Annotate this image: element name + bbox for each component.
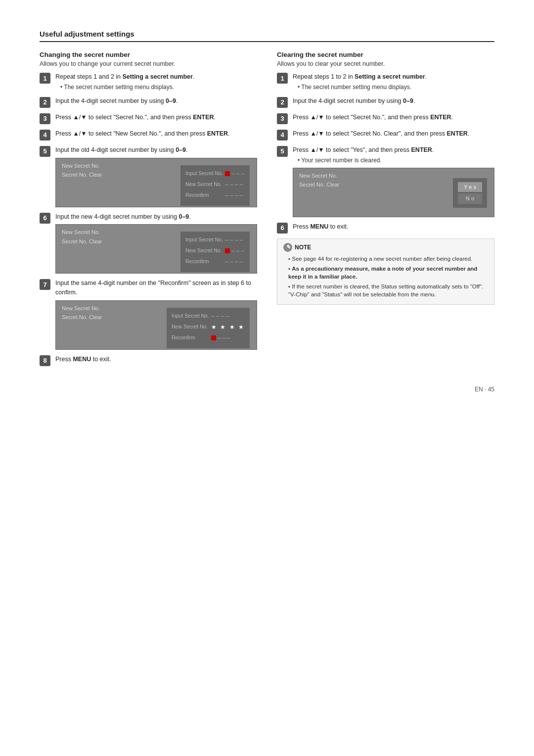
screen-value-input-secret-7: – – – –	[211, 312, 229, 321]
right-step-2-content: Input the 4-digit secret number by using…	[293, 96, 494, 106]
note-bullet-2: As a precautionary measure, make a note …	[283, 265, 488, 281]
right-step-6-num: 6	[277, 223, 288, 234]
right-step-3-content: Press ▲/▼ to select "Secret No.", and th…	[293, 113, 494, 122]
screen-input-new-secret-6: New Secret No. – – –	[185, 246, 245, 255]
left-step-1-num: 1	[40, 73, 50, 84]
left-step-4-content: Press ▲/▼ to select "New Secret No.", an…	[55, 129, 257, 139]
screen-input-area-6: Input Secret No. – – – – New Secret No. …	[180, 232, 250, 272]
left-step-4: 4 Press ▲/▼ to select "New Secret No.", …	[40, 129, 257, 141]
right-section-title: Clearing the secret number	[277, 51, 494, 58]
page-title: Useful adjustment settings	[40, 30, 494, 42]
active-dot-6	[225, 248, 230, 253]
left-section-desc: Allows you to change your current secret…	[40, 60, 257, 67]
left-step-2: 2 Input the 4-digit secret number by usi…	[40, 96, 257, 108]
right-step-5-num: 5	[277, 146, 288, 157]
dash-7-2: –	[222, 333, 226, 342]
left-step-2-num: 2	[40, 97, 50, 108]
right-step-6-content: Press MENU to exit.	[293, 222, 494, 232]
dash-1: –	[231, 169, 235, 178]
screen-value-input-secret: – – –	[225, 169, 244, 178]
right-step-1: 1 Repeat steps 1 to 2 in Setting a secre…	[277, 72, 494, 92]
active-dot-7	[211, 335, 216, 340]
right-column: Clearing the secret number Allows you to…	[277, 51, 494, 371]
left-step-7-content: Input the same 4-digit number on the "Re…	[55, 279, 257, 350]
left-step-6-num: 6	[40, 213, 50, 224]
right-step-3-num: 3	[277, 113, 288, 124]
yes-no-box: Y e s N o	[453, 178, 487, 208]
dash-3: –	[241, 169, 244, 178]
page-number: EN · 45	[40, 386, 494, 393]
screen-input-reconfirm: Reconfirm – – – –	[185, 191, 245, 200]
screen-input-reconfirm-6: Reconfirm – – – –	[185, 257, 245, 266]
right-step-2: 2 Input the 4-digit secret number by usi…	[277, 96, 494, 108]
screen-label-reconfirm-7: Reconfirm	[172, 334, 211, 342]
screen-value-input-secret-6: – – – –	[225, 236, 243, 244]
screen-input-new-secret-7: New Secret No. ★ ★ ★ ★	[172, 323, 245, 331]
left-step-1: 1 Repeat steps 1 and 2 in Setting a secr…	[40, 72, 257, 92]
dash-2: –	[236, 169, 240, 178]
yes-button: Y e s	[458, 182, 482, 192]
right-step-4: 4 Press ▲/▼ to select "Secret No. Clear"…	[277, 129, 494, 141]
no-button: N o	[458, 193, 482, 204]
dash-7-3: –	[227, 333, 230, 342]
screen-input-area-7: Input Secret No. – – – – New Secret No. …	[167, 308, 250, 348]
screen-value-new-secret-7: ★ ★ ★ ★	[211, 323, 245, 331]
left-step-6-content: Input the new 4-digit secret number by u…	[55, 212, 257, 274]
active-dot	[225, 171, 230, 176]
right-step-5: 5 Press ▲/▼ to select "Yes", and then pr…	[277, 145, 494, 217]
left-step-6-screen: New Secret No. Secret No. Clear Input Se…	[55, 224, 257, 274]
right-step-1-num: 1	[277, 73, 288, 84]
screen-label-new-secret: New Secret No.	[185, 181, 225, 189]
left-step-1-content: Repeat steps 1 and 2 in Setting a secret…	[55, 72, 257, 92]
dash-6-2: –	[236, 246, 240, 255]
right-step-5-content: Press ▲/▼ to select "Yes", and then pres…	[293, 145, 494, 217]
right-step-4-num: 4	[277, 130, 288, 141]
screen-label-input-secret-6: Input Secret No.	[185, 236, 225, 244]
left-column: Changing the secret number Allows you to…	[40, 51, 257, 371]
dash-6-1: –	[231, 246, 235, 255]
note-box: ✎ NOTE See page 44 for re-registering a …	[277, 238, 494, 305]
screen-value-reconfirm: – – – –	[225, 191, 243, 200]
right-step-5-bullet: Your secret number is cleared.	[293, 156, 494, 165]
right-step-1-content: Repeat steps 1 to 2 in Setting a secret …	[293, 72, 494, 92]
dash-7-1: –	[218, 333, 221, 342]
screen-input-secret-no: Input Secret No. – – –	[185, 169, 245, 178]
left-step-3-num: 3	[40, 113, 50, 124]
screen-label-input-secret-7: Input Secret No.	[172, 312, 211, 320]
left-step-1-bullet: The secret number setting menu displays.	[55, 83, 257, 92]
left-step-5-screen: New Secret No. Secret No. Clear Input Se…	[55, 158, 257, 207]
left-step-3: 3 Press ▲/▼ to select "Secret No.", and …	[40, 113, 257, 124]
right-step-4-content: Press ▲/▼ to select "Secret No. Clear", …	[293, 129, 494, 139]
screen-input-new-secret: New Secret No. – – – –	[185, 180, 245, 189]
note-bullet-1: See page 44 for re-registering a new sec…	[283, 255, 488, 263]
right-step-3: 3 Press ▲/▼ to select "Secret No.", and …	[277, 113, 494, 124]
screen-label-input-secret: Input Secret No.	[185, 170, 225, 178]
screen-value-new-secret-6: – – –	[225, 246, 244, 255]
left-section-title: Changing the secret number	[40, 51, 257, 58]
right-section-desc: Allows you to clear your secret number.	[277, 60, 494, 67]
screen-input-secret-no-7: Input Secret No. – – – –	[172, 312, 245, 321]
left-step-5: 5 Input the old 4-digit secret number by…	[40, 145, 257, 207]
left-step-7-screen: New Secret No. Secret No. Clear Input Se…	[55, 300, 257, 350]
right-step-6: 6 Press MENU to exit.	[277, 222, 494, 234]
left-step-8: 8 Press MENU to exit.	[40, 355, 257, 366]
left-step-8-content: Press MENU to exit.	[55, 355, 257, 364]
note-icon: ✎	[283, 243, 292, 252]
screen-value-reconfirm-7: – – –	[211, 333, 230, 342]
right-step-1-bullet: The secret number setting menu displays.	[293, 83, 494, 92]
left-step-7-num: 7	[40, 279, 50, 290]
screen-input-area-5: Input Secret No. – – – New Secret No. – …	[180, 165, 250, 206]
left-step-8-num: 8	[40, 355, 50, 366]
screen-input-reconfirm-7: Reconfirm – – –	[172, 333, 245, 342]
right-step-2-num: 2	[277, 97, 288, 108]
left-step-7: 7 Input the same 4-digit number on the "…	[40, 279, 257, 350]
dash-6-3: –	[241, 246, 244, 255]
screen-value-reconfirm-6: – – – –	[225, 257, 243, 266]
left-step-4-num: 4	[40, 130, 50, 141]
screen-value-new-secret: – – – –	[225, 180, 243, 189]
note-header: ✎ NOTE	[283, 243, 488, 252]
screen-label-reconfirm-6: Reconfirm	[185, 258, 225, 266]
screen-label-new-secret-6: New Secret No.	[185, 247, 225, 255]
left-step-6: 6 Input the new 4-digit secret number by…	[40, 212, 257, 274]
left-step-2-content: Input the 4-digit secret number by using…	[55, 96, 257, 106]
